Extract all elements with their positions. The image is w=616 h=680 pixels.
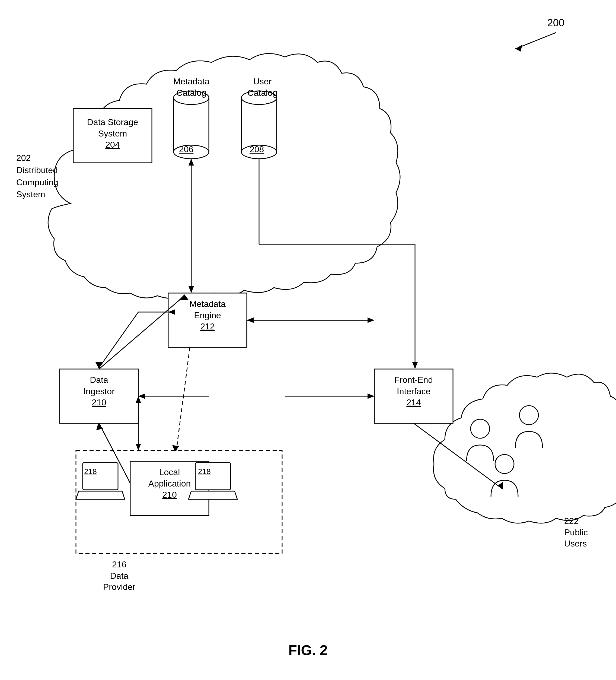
label-metadata-catalog: MetadataCatalog [168,76,215,98]
svg-marker-19 [412,362,418,369]
data-ingestor-text: DataIngestor210 [83,375,115,407]
svg-marker-14 [188,286,194,293]
svg-point-11 [520,406,538,425]
svg-marker-22 [95,362,102,369]
label-218-right-num: 218 [198,467,211,476]
data-provider-text: 216DataProvider [103,560,135,592]
diagram-svg [0,0,616,680]
svg-marker-7 [76,491,125,499]
label-218-right: 218 [198,467,211,477]
public-users-text: 222PublicUsers [564,516,588,548]
svg-point-12 [495,454,514,474]
label-local-app: LocalApplication210 [130,467,209,501]
label-data-ingestor: DataIngestor210 [60,374,138,408]
svg-marker-29 [368,317,374,323]
label-202-text: 202DistributedComputingSystem [16,153,58,199]
label-206: 206 [179,144,194,155]
svg-marker-15 [188,159,194,166]
svg-line-31 [176,347,190,450]
people-icons [467,406,542,497]
fig-label: FIG. 2 [288,642,327,658]
label-front-end: Front-EndInterface214 [374,374,453,408]
label-218-left: 218 [84,467,97,477]
user-catalog-text: UserCatalog [247,77,277,98]
label-user-catalog: UserCatalog [239,76,286,98]
label-218-left-num: 218 [84,467,97,476]
svg-marker-44 [498,482,503,490]
laptop-left [76,463,125,499]
public-users-cloud [434,373,616,523]
diagram-container: 200 202DistributedComputingSystem Data S… [0,0,616,680]
diagram-ref-200: 200 [547,16,564,30]
svg-marker-30 [247,317,254,323]
label-206-num: 206 [179,144,194,154]
distributed-cloud [48,53,400,299]
svg-marker-37 [136,444,141,450]
local-app-text: LocalApplication210 [148,467,191,500]
metadata-catalog-text: MetadataCatalog [173,77,209,98]
metadata-engine-text: MetadataEngine212 [189,299,226,331]
label-data-storage: Data StorageSystem204 [73,117,152,150]
svg-marker-42 [368,393,374,399]
label-data-provider: 216DataProvider [103,559,135,593]
label-208-num: 208 [250,144,264,154]
label-202: 202DistributedComputingSystem [16,152,58,201]
svg-marker-41 [138,393,145,399]
data-storage-text: Data StorageSystem204 [87,117,138,149]
label-public-users: 222PublicUsers [564,515,588,549]
front-end-text: Front-EndInterface214 [394,375,433,407]
svg-point-10 [471,419,490,438]
label-metadata-engine: MetadataEngine212 [168,299,247,332]
label-208: 208 [250,144,264,155]
